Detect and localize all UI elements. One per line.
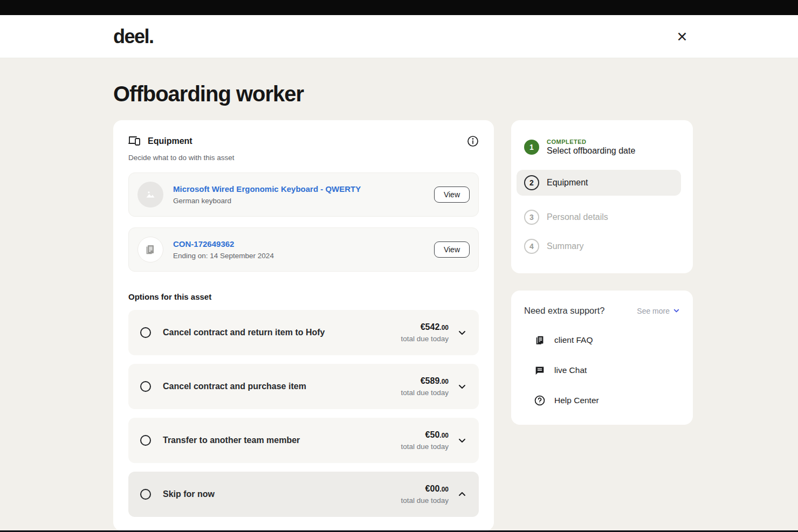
option-label: Transfer to another team member <box>163 436 300 445</box>
equipment-card: Equipment Decide what to do with this as… <box>113 120 494 531</box>
step-personal-details: 3 Personal details <box>524 210 680 225</box>
support-card: Need extra support? See more <box>511 291 693 425</box>
chevron-down-icon <box>673 307 680 314</box>
asset-row-keyboard: Microsoft Wired Ergonomic Keyboard - QWE… <box>128 172 479 217</box>
right-column: 1 COMPLETED Select offboarding date 2 Eq… <box>511 120 693 425</box>
radio-button[interactable] <box>140 327 151 338</box>
step-label: Personal details <box>547 212 608 222</box>
chat-icon <box>534 364 546 376</box>
live-chat-link[interactable]: live Chat <box>534 364 680 376</box>
document-icon <box>534 334 546 346</box>
devices-icon <box>128 136 141 147</box>
image-placeholder-icon <box>137 182 163 208</box>
option-price: €542.00 total due today <box>401 322 449 343</box>
step-label: Select offboarding date <box>547 146 635 156</box>
step-number-badge: 2 <box>524 175 539 190</box>
modal-header: deel. ✕ <box>0 15 798 58</box>
step-select-offboarding-date: 1 COMPLETED Select offboarding date <box>524 139 680 156</box>
step-status-completed: COMPLETED <box>547 139 635 145</box>
top-black-bar <box>0 0 798 15</box>
support-title: Need extra support? <box>524 306 605 316</box>
options-heading: Options for this asset <box>128 292 479 301</box>
option-price: €589.00 total due today <box>401 376 449 397</box>
option-purchase-item[interactable]: Cancel contract and purchase item €589.0… <box>128 364 479 409</box>
option-transfer-team-member[interactable]: Transfer to another team member €50.00 t… <box>128 418 479 463</box>
equipment-card-title: Equipment <box>148 136 192 146</box>
see-more-button[interactable]: See more <box>637 307 680 315</box>
asset-title-link[interactable]: Microsoft Wired Ergonomic Keyboard - QWE… <box>173 184 361 194</box>
info-icon[interactable] <box>467 135 479 147</box>
step-label: Summary <box>547 241 583 251</box>
option-label: Cancel contract and purchase item <box>163 382 306 391</box>
radio-button[interactable] <box>140 435 151 446</box>
option-price: €50.00 total due today <box>401 430 449 451</box>
option-price: €00.00 total due today <box>401 484 449 505</box>
contract-title-link[interactable]: CON-172649362 <box>173 239 274 248</box>
option-label: Skip for now <box>163 489 215 499</box>
step-number-badge: 1 <box>524 140 539 155</box>
help-center-link[interactable]: Help Center <box>534 395 680 406</box>
chevron-down-icon[interactable] <box>457 328 467 337</box>
document-icon <box>137 237 163 262</box>
page-title: Offboarding worker <box>113 82 798 106</box>
option-skip-for-now[interactable]: Skip for now €00.00 total due today <box>128 472 479 517</box>
step-number-badge: 3 <box>524 210 539 225</box>
help-icon <box>534 395 546 406</box>
close-icon[interactable]: ✕ <box>673 27 691 46</box>
step-equipment[interactable]: 2 Equipment <box>517 170 681 196</box>
equipment-card-subtitle: Decide what to do with this asset <box>128 154 479 162</box>
page-content: Offboarding worker Equipment <box>0 58 798 531</box>
client-faq-link[interactable]: client FAQ <box>534 334 680 346</box>
step-label: Equipment <box>547 178 588 188</box>
contract-subtitle: Ending on: 14 September 2024 <box>173 252 274 260</box>
radio-button[interactable] <box>140 489 151 500</box>
option-return-to-hofy[interactable]: Cancel contract and return item to Hofy … <box>128 310 479 355</box>
view-asset-button[interactable]: View <box>434 186 470 203</box>
asset-row-contract: CON-172649362 Ending on: 14 September 20… <box>128 227 479 272</box>
chevron-down-icon[interactable] <box>457 436 467 445</box>
step-summary: 4 Summary <box>524 239 680 254</box>
step-number-badge: 4 <box>524 239 539 254</box>
option-label: Cancel contract and return item to Hofy <box>163 328 325 337</box>
view-contract-button[interactable]: View <box>434 241 470 258</box>
chevron-up-icon[interactable] <box>457 489 467 499</box>
deel-logo: deel. <box>113 25 154 48</box>
asset-subtitle: German keyboard <box>173 197 361 205</box>
chevron-down-icon[interactable] <box>457 382 467 391</box>
steps-card: 1 COMPLETED Select offboarding date 2 Eq… <box>511 120 693 273</box>
radio-button[interactable] <box>140 381 151 392</box>
